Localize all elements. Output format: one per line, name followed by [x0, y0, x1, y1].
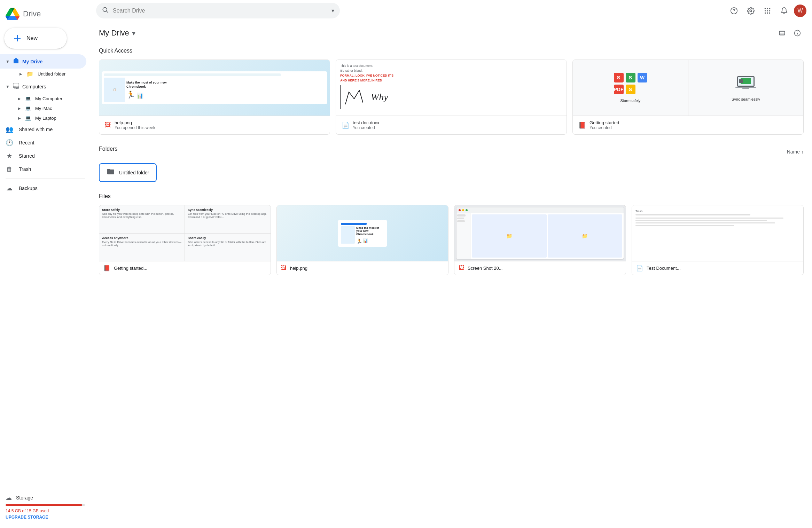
qa-card-help-png[interactable]: 📋 Make the most of your new Chromebook 🏃 — [99, 60, 330, 135]
storage-used-text: 14.5 GB of 15 GB used — [6, 509, 85, 513]
file-name-help: help.png — [290, 266, 307, 271]
file-preview-screenshot: 📁 📁 — [454, 205, 626, 261]
storage-bar-background — [6, 504, 85, 506]
sidebar-item-label-my-imac: My iMac — [35, 106, 52, 111]
svg-rect-1 — [13, 87, 16, 87]
starred-icon: ★ — [6, 152, 13, 160]
svg-point-14 — [765, 12, 766, 14]
slides-icon: S — [614, 73, 624, 82]
help-button[interactable] — [727, 4, 741, 18]
breadcrumb-dropdown-arrow[interactable]: ▾ — [132, 29, 135, 37]
folder-item-untitled[interactable]: Untitled folder — [99, 163, 157, 182]
sidebar-item-starred[interactable]: ★ Starred — [0, 149, 86, 163]
info-button[interactable] — [791, 27, 804, 39]
my-drive-icon — [13, 57, 19, 66]
svg-rect-27 — [735, 87, 756, 88]
folder-grid: Untitled folder — [99, 163, 804, 182]
svg-point-11 — [765, 10, 766, 11]
files-section: Files Store safely Add any file you want… — [99, 193, 804, 275]
qa-card-preview-getting-started: S S W PDF S Store safely — [573, 60, 803, 116]
my-drive-chevron: ▼ — [6, 59, 10, 64]
file-card-getting-started[interactable]: Store safely Add any file you want to ke… — [99, 205, 271, 275]
doc-preview: This is a test document. It's rather bla… — [336, 60, 567, 116]
sidebar-item-label-my-laptop: My Laptop — [35, 116, 56, 121]
shared-icon: 👥 — [6, 126, 13, 133]
sidebar-divider-2 — [6, 198, 85, 198]
folder-expand-icon: ▶ — [19, 72, 22, 76]
svg-point-12 — [767, 10, 768, 11]
sort-control[interactable]: Name ↑ — [787, 149, 804, 155]
upgrade-storage-link[interactable]: UPGRADE STORAGE — [6, 515, 85, 520]
plus-icon — [13, 33, 22, 43]
my-computer-icon: 💻 — [25, 96, 31, 101]
storage-bar-fill — [6, 504, 82, 506]
qa-card-preview-help: 📋 Make the most of your new Chromebook 🏃 — [99, 60, 330, 116]
sidebar-item-label-recent: Recent — [19, 140, 34, 145]
quick-access-grid: 📋 Make the most of your new Chromebook 🏃 — [99, 60, 804, 135]
apps-button[interactable] — [760, 4, 774, 18]
sidebar-item-recent[interactable]: 🕐 Recent — [0, 136, 86, 149]
file-preview-help: Make the most of your new Chromebook 🏃 📊 — [277, 205, 448, 261]
my-laptop-icon: 💻 — [25, 115, 31, 121]
files-grid: Store safely Add any file you want to ke… — [99, 205, 804, 275]
file-name-test-document: Test Document... — [647, 266, 681, 271]
list-view-button[interactable] — [776, 27, 788, 39]
svg-point-13 — [769, 10, 771, 11]
doc-type-icon: 📄 — [342, 121, 349, 129]
pdf-type-icon: 📕 — [578, 121, 586, 129]
chromebook-preview: 📋 Make the most of your new Chromebook 🏃 — [99, 60, 330, 116]
slides2-icon: S — [626, 85, 635, 94]
new-button-label: New — [26, 35, 38, 41]
svg-rect-18 — [780, 33, 785, 33]
sidebar-item-label-my-drive: My Drive — [22, 59, 42, 64]
qa-card-subtext-doc: You created — [353, 125, 380, 130]
sidebar-item-my-laptop[interactable]: ▶ 💻 My Laptop — [0, 113, 86, 123]
search-dropdown-arrow[interactable]: ▾ — [331, 7, 334, 14]
sidebar-item-label-my-computer: My Computer — [35, 96, 62, 101]
file-card-help-png[interactable]: Make the most of your new Chromebook 🏃 📊 — [276, 205, 448, 275]
file-card-test-document[interactable]: Trash 📄 Test Document... — [632, 205, 804, 275]
sidebar-item-trash[interactable]: 🗑 Trash — [0, 163, 86, 176]
breadcrumb-title: My Drive — [99, 29, 129, 38]
search-input[interactable] — [113, 8, 327, 14]
sidebar-item-backups[interactable]: ☁ Backups — [0, 182, 86, 195]
sidebar-item-untitled-folder[interactable]: ▶ 📁 Untitled folder — [0, 69, 86, 79]
app-logo[interactable]: Drive — [0, 3, 91, 28]
content-header: My Drive ▾ — [99, 27, 804, 39]
qa-card-getting-started[interactable]: S S W PDF S Store safely — [572, 60, 804, 135]
svg-point-7 — [734, 12, 734, 13]
folder-item-name: Untitled folder — [119, 170, 149, 175]
sidebar-item-my-imac[interactable]: ▶ 💻 My iMac — [0, 103, 86, 113]
screenshot-type-icon: 🖼 — [459, 265, 464, 271]
user-avatar[interactable]: W — [794, 5, 806, 17]
sheets-icon: S — [626, 73, 635, 82]
breadcrumb: My Drive ▾ — [99, 29, 135, 38]
file-name-screenshot: Screen Shot 20... — [468, 266, 502, 271]
store-safely-panel: S S W PDF S Store safely — [573, 60, 688, 116]
file-card-screenshot[interactable]: 📁 📁 🖼 — [454, 205, 626, 275]
help-type-icon: 🖼 — [281, 265, 287, 271]
search-bar[interactable]: ▾ — [96, 3, 340, 18]
qa-card-test-doc[interactable]: This is a test document. It's rather bla… — [336, 60, 567, 135]
sidebar-item-shared-with-me[interactable]: 👥 Shared with me — [0, 123, 86, 136]
help-png-type-icon: 🖼 — [105, 121, 111, 129]
folders-header: Folders Name ↑ — [99, 146, 804, 158]
sidebar-item-my-drive[interactable]: ▼ My Drive — [0, 54, 86, 69]
settings-button[interactable] — [744, 4, 758, 18]
new-button[interactable]: New — [4, 28, 67, 49]
computers-icon — [13, 82, 19, 91]
svg-rect-29 — [739, 79, 743, 83]
trash-icon: 🗑 — [6, 165, 13, 173]
store-safely-label: Store safely — [620, 98, 640, 103]
sidebar-item-computers[interactable]: ▼ Computers — [0, 79, 86, 94]
sidebar-item-my-computer[interactable]: ▶ 💻 My Computer — [0, 94, 86, 103]
svg-line-5 — [107, 11, 108, 13]
backups-icon: ☁ — [6, 184, 13, 192]
computers-nav-group: ▼ Computers ▶ 💻 My Computer ▶ 💻 My iMac … — [0, 79, 91, 123]
docs-icon: W — [638, 73, 647, 82]
notifications-button[interactable] — [777, 4, 791, 18]
my-drive-nav-group: ▼ My Drive ▶ 📁 Untitled folder — [0, 54, 91, 79]
app-name: Drive — [23, 9, 41, 18]
folders-section: Folders Name ↑ Untitled folder — [99, 146, 804, 182]
main-area: ▾ — [91, 0, 812, 528]
